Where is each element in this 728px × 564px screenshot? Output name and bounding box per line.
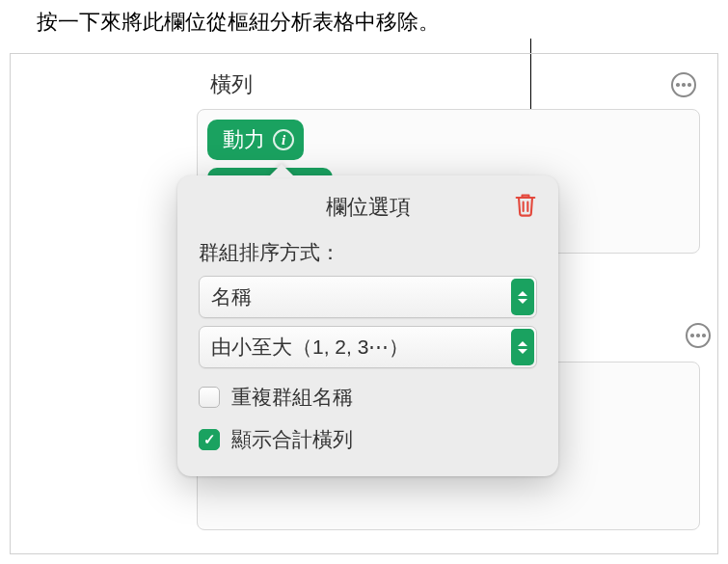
sort-by-select[interactable]: 名稱: [199, 276, 537, 318]
show-totals-checkbox[interactable]: ✓: [199, 429, 220, 450]
delete-field-button[interactable]: [512, 191, 539, 218]
info-icon[interactable]: i: [273, 129, 294, 150]
more-options-icon[interactable]: [671, 72, 696, 97]
annotation-text: 按一下來將此欄位從樞紐分析表格中移除。: [37, 8, 440, 37]
trash-icon: [512, 191, 539, 218]
field-pill[interactable]: 動力 i: [207, 120, 304, 160]
sort-order-value: 由小至大（1, 2, 3⋯）: [211, 336, 409, 358]
sort-by-value: 名稱: [211, 285, 252, 308]
more-options-icon[interactable]: [686, 323, 711, 348]
popover-title: 欄位選項: [326, 193, 411, 222]
sort-order-select[interactable]: 由小至大（1, 2, 3⋯）: [199, 326, 537, 368]
checkmark-icon: ✓: [203, 431, 216, 448]
show-totals-label: 顯示合計橫列: [231, 426, 353, 453]
repeat-groups-label: 重複群組名稱: [231, 384, 353, 411]
popover-arrow: [268, 164, 295, 177]
repeat-groups-checkbox[interactable]: [199, 387, 220, 408]
field-options-popover: 欄位選項 群組排序方式： 名稱 由小至大（1, 2, 3⋯） 重複群組名稱: [177, 175, 558, 476]
section-title: 橫列: [210, 70, 253, 99]
group-sort-label: 群組排序方式：: [199, 239, 537, 266]
field-pill-label: 動力: [223, 125, 265, 154]
